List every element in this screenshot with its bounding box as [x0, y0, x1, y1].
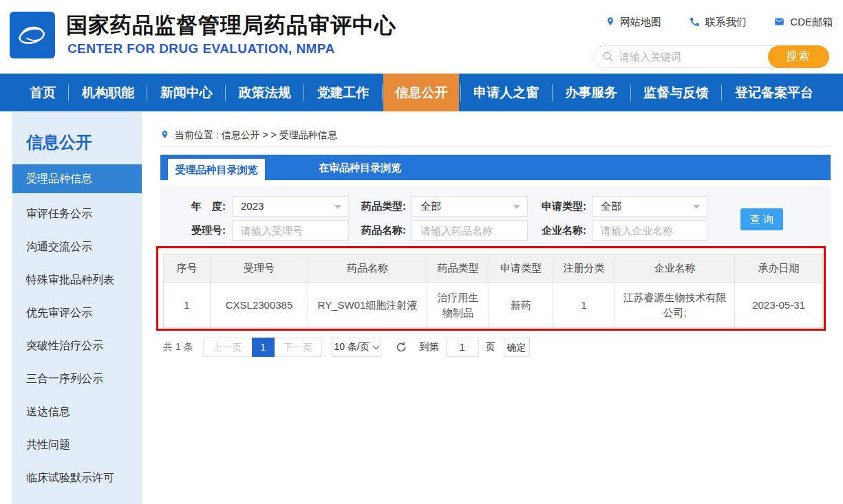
page-size-select[interactable]: 10 条/页: [332, 338, 381, 357]
sidebar-item-clinical-trial-license[interactable]: 临床试验默示许可: [12, 461, 142, 494]
apply-type-select[interactable]: 全部: [592, 196, 707, 217]
cell-drug-type: 治疗用生物制品: [427, 283, 489, 328]
tab-accepted-catalog[interactable]: 受理品种目录浏览: [168, 159, 265, 180]
search-input[interactable]: [614, 51, 769, 63]
pagination: 共 1 条 上一页 1 下一页 10 条/页 到第 页 确定: [163, 338, 530, 357]
search-button[interactable]: 搜索: [768, 45, 829, 68]
cell-acceptance-no: CXSL2300385: [211, 283, 308, 328]
next-page-button[interactable]: 下一页: [274, 338, 322, 357]
col-seq: 序号: [164, 255, 211, 283]
query-button[interactable]: 查 询: [740, 208, 783, 230]
sitemap-label: 网站地图: [620, 16, 661, 29]
chevron-down-icon: [334, 205, 341, 209]
breadcrumb-divider: [160, 146, 831, 146]
nav-item-info-disclosure[interactable]: 信息公开: [383, 74, 459, 111]
sidebar-item-communication[interactable]: 沟通交流公示: [12, 230, 142, 263]
nav-divider: [382, 85, 383, 101]
cde-logo[interactable]: [10, 12, 55, 58]
year-label: 年 度:: [174, 196, 226, 217]
nav-divider: [303, 85, 304, 101]
page: 国家药品监督管理局药品审评中心 CENTER FOR DRUG EVALUATI…: [0, 0, 843, 504]
col-drug-type: 药品类型: [427, 255, 489, 283]
nav-divider: [630, 85, 631, 101]
prev-page-button[interactable]: 上一页: [203, 338, 253, 357]
cell-registration-class: 1: [553, 283, 615, 328]
col-company: 企业名称: [615, 255, 735, 283]
col-registration-class: 注册分类: [553, 255, 615, 283]
search-icon: [602, 51, 614, 63]
header-quick-links: 网站地图 联系我们 CDE邮箱: [606, 15, 833, 30]
table-row: 1 CXSL2300385 RY_SW01细胞注射液 治疗用生物制品 新药 1 …: [164, 283, 823, 328]
cell-handle-date: 2023-05-31: [735, 283, 823, 328]
breadcrumb-text: 当前位置 : 信息公开 > > 受理品种信息: [175, 129, 337, 142]
year-select[interactable]: 2023: [232, 196, 349, 217]
mail-icon: [773, 17, 785, 29]
confirm-button[interactable]: 确定: [504, 338, 530, 357]
total-count-label: 共 1 条: [163, 341, 193, 353]
company-label: 企业名称:: [531, 220, 586, 241]
sidebar-item-accepted-varieties[interactable]: 受理品种信息: [12, 164, 142, 193]
nav-divider: [460, 85, 461, 101]
sidebar: 信息公开 受理品种信息 审评任务公示 沟通交流公示 特殊审批品种列表 优先审评公…: [12, 112, 142, 504]
phone-icon: [689, 16, 701, 30]
swan-logo-icon: [14, 16, 50, 54]
chevron-down-icon: [693, 205, 700, 209]
goto-page-input[interactable]: [446, 338, 479, 357]
mailbox-link[interactable]: CDE邮箱: [773, 15, 833, 30]
site-title: 国家药品监督管理局药品审评中心: [66, 11, 396, 40]
sidebar-title: 信息公开: [12, 112, 142, 164]
cell-seq: 1: [164, 283, 211, 328]
nav-divider: [147, 85, 147, 101]
nav-item-party[interactable]: 党建工作: [306, 74, 381, 111]
chevron-down-icon: [513, 205, 520, 209]
col-acceptance-no: 受理号: [211, 255, 308, 283]
filter-panel: 年 度: 2023 药品类型: 全部 申请类型: 全部 受理号: 药品名称: 企…: [160, 186, 831, 246]
content-tabbar: 受理品种目录浏览 在审品种目录浏览: [160, 155, 831, 180]
map-pin-icon: [606, 15, 615, 30]
sidebar-item-common-issues[interactable]: 共性问题: [12, 428, 142, 461]
mailbox-label: CDE邮箱: [790, 16, 833, 29]
nav-item-services[interactable]: 办事服务: [553, 74, 629, 111]
nav-item-registration-platform[interactable]: 登记备案平台: [723, 74, 825, 111]
table-header-row: 序号 受理号 药品名称 药品类型 申请类型 注册分类 企业名称 承办日期: [164, 255, 823, 283]
header-search: 搜索: [593, 45, 829, 68]
sidebar-item-special-approval[interactable]: 特殊审批品种列表: [12, 263, 142, 296]
drug-type-select[interactable]: 全部: [412, 196, 528, 217]
nav-item-supervision[interactable]: 监督与反馈: [632, 74, 721, 111]
nav-item-news[interactable]: 新闻中心: [149, 74, 224, 111]
nav-item-applicant[interactable]: 申请人之窗: [462, 74, 551, 111]
apply-type-label: 申请类型:: [531, 196, 586, 217]
nav-item-policy[interactable]: 政策法规: [227, 74, 303, 111]
results-table: 序号 受理号 药品名称 药品类型 申请类型 注册分类 企业名称 承办日期 1 C…: [163, 254, 823, 328]
chevron-down-icon: [372, 342, 379, 349]
location-pin-icon: [160, 129, 169, 142]
contact-link[interactable]: 联系我们: [689, 15, 747, 30]
main-nav: 首页 机构职能 新闻中心 政策法规 党建工作 信息公开 申请人之窗 办事服务 监…: [0, 74, 843, 111]
sitemap-link[interactable]: 网站地图: [606, 15, 661, 30]
nav-divider: [225, 85, 226, 101]
nav-item-home[interactable]: 首页: [18, 74, 67, 111]
cell-company: 江苏睿源生物技术有限公司;: [615, 283, 735, 328]
acceptance-no-input[interactable]: [232, 220, 349, 241]
acceptance-no-label: 受理号:: [174, 220, 226, 241]
nav-divider: [721, 85, 722, 101]
sidebar-item-three-in-one[interactable]: 三合一序列公示: [12, 362, 142, 395]
drug-name-input[interactable]: [412, 220, 528, 241]
nav-item-functions[interactable]: 机构职能: [70, 74, 146, 111]
tab-under-review-catalog[interactable]: 在审品种目录浏览: [294, 155, 426, 180]
contact-label: 联系我们: [705, 16, 747, 29]
company-input[interactable]: [592, 220, 707, 241]
refresh-icon[interactable]: [395, 341, 407, 353]
site-subtitle: CENTER FOR DRUG EVALUATION, NMPA: [67, 41, 335, 56]
sidebar-item-delivery-info[interactable]: 送达信息: [12, 395, 142, 428]
col-handle-date: 承办日期: [735, 255, 823, 283]
current-page-button[interactable]: 1: [252, 338, 275, 357]
sidebar-item-priority-review[interactable]: 优先审评公示: [12, 296, 142, 329]
drug-type-label: 药品类型:: [350, 196, 406, 217]
cell-drug-name: RY_SW01细胞注射液: [308, 283, 427, 328]
nav-divider: [552, 85, 553, 101]
sidebar-item-review-tasks[interactable]: 审评任务公示: [12, 197, 142, 230]
goto-page-label: 到第: [420, 341, 439, 353]
sidebar-item-breakthrough-therapy[interactable]: 突破性治疗公示: [12, 329, 142, 362]
cell-apply-type: 新药: [489, 283, 553, 328]
